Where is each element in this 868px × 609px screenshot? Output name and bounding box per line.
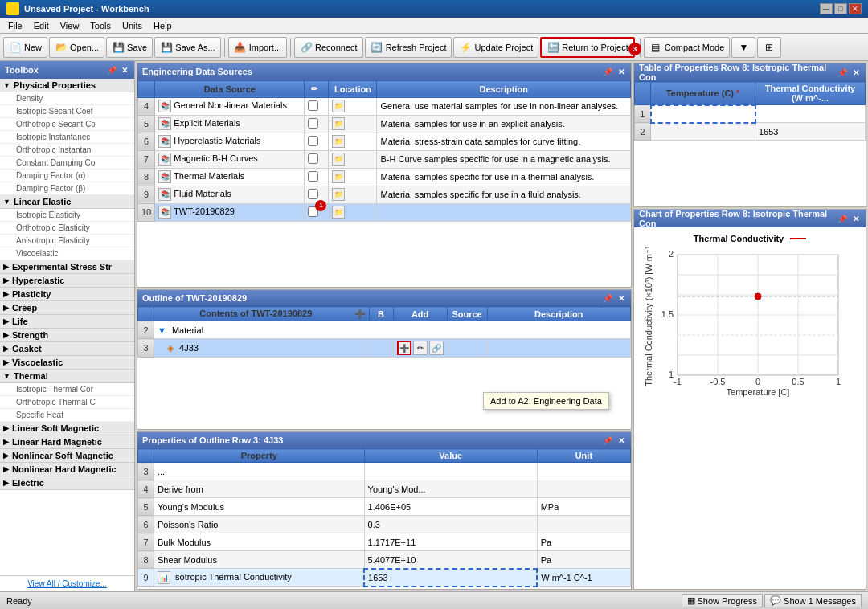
cell-b-8[interactable] (305, 168, 329, 186)
toolbox-section-header-nonlinear-soft[interactable]: ▶ Nonlinear Soft Magnetic (0, 449, 134, 463)
refresh-button[interactable]: 🔄 Refresh Project (365, 37, 452, 58)
open-button[interactable]: 📂 Open... (49, 37, 104, 58)
maximize-button[interactable]: □ (834, 3, 847, 14)
checkbox-8[interactable] (308, 171, 318, 182)
toolbox-section-linear-soft-mag: ▶ Linear Soft Magnetic (0, 422, 134, 435)
props-cell-a-7: Bulk Modulus (154, 533, 365, 551)
toolbox-section-header-nonlinear-hard[interactable]: ▶ Nonlinear Hard Magnetic (0, 463, 134, 476)
top-row-num-2: 2 (635, 123, 651, 141)
reconnect-button[interactable]: 🔗 Reconnect (294, 37, 363, 58)
filter-button[interactable]: ▼ (731, 37, 755, 58)
toolbox-section-header-strength[interactable]: ▶ Strength (0, 329, 134, 342)
toolbox-section-header-creep[interactable]: ▶ Creep (0, 301, 134, 315)
toolbox-item-specific-heat[interactable]: Specific Heat (0, 409, 134, 422)
toolbox-item-orthotropic-secant[interactable]: Orthotropic Secant Co (0, 118, 134, 131)
eng-data-close-button[interactable]: ✕ (616, 67, 626, 76)
temp-input[interactable] (655, 109, 751, 119)
expand-icon-gasket: ▶ (3, 345, 9, 353)
props-close-button[interactable]: ✕ (616, 436, 626, 445)
view-all-link[interactable]: View All / Customize... (0, 575, 134, 591)
toolbox-item-isotropic-secant[interactable]: Isotropic Secant Coef (0, 105, 134, 118)
toolbox-item-ortho-elastic[interactable]: Orthotropic Elasticity (0, 222, 134, 235)
cell-desc-4: General use material samples for use in … (377, 97, 631, 115)
update-button[interactable]: ⚡ Update Project (453, 37, 538, 58)
new-button[interactable]: 📄 New (3, 37, 47, 58)
menu-units[interactable]: Units (117, 19, 147, 32)
link-material-button[interactable]: 🔗 (429, 341, 444, 355)
checkbox-9[interactable] (308, 189, 318, 199)
minimize-button[interactable]: — (820, 3, 833, 14)
props-cell-b-9[interactable] (364, 569, 537, 587)
toolbox-section-header-physical[interactable]: ▼ Physical Properties (0, 79, 134, 92)
menu-tools[interactable]: Tools (85, 19, 116, 32)
grid-button[interactable]: ⊞ (757, 37, 781, 58)
cell-b-4[interactable] (305, 97, 329, 115)
checkbox-7[interactable] (308, 153, 318, 164)
toolbox-section-header-linear-hard-mag[interactable]: ▶ Linear Hard Magnetic (0, 435, 134, 449)
chart-close-button[interactable]: ✕ (851, 215, 861, 223)
close-button[interactable]: ✕ (849, 3, 862, 14)
thermal-cond-input[interactable] (368, 573, 533, 582)
cell-c-9: 📁 (329, 186, 377, 203)
outline-close-button[interactable]: ✕ (616, 294, 626, 303)
temp-unit-indicator: ° (736, 89, 739, 98)
menu-help[interactable]: Help (149, 19, 177, 32)
cell-b-7[interactable] (305, 150, 329, 168)
outline-pin-button[interactable]: 📌 (601, 294, 614, 303)
menu-file[interactable]: File (3, 19, 27, 32)
cell-b-5[interactable] (305, 115, 329, 133)
table-props-pin-button[interactable]: 📌 (836, 68, 849, 77)
props-row-4: 4 Derive from Young's Mod... (138, 480, 631, 498)
toolbox-pin-button[interactable]: 📌 (105, 66, 118, 75)
toolbox-section-header-linear-soft-mag[interactable]: ▶ Linear Soft Magnetic (0, 422, 134, 435)
table-props-close-button[interactable]: ✕ (851, 68, 861, 77)
import-button[interactable]: 📥 Import... (228, 37, 287, 58)
menu-edit[interactable]: Edit (29, 19, 54, 32)
toolbox-section-strength: ▶ Strength (0, 329, 134, 342)
toolbox-section-header-gasket[interactable]: ▶ Gasket (0, 342, 134, 356)
toolbox-section-header-hyperelastic[interactable]: ▶ Hyperelastic (0, 274, 134, 288)
toolbox-section-header-thermal[interactable]: ▼ Thermal (0, 370, 134, 383)
eng-data-pin-button[interactable]: 📌 (601, 67, 614, 76)
save-as-button[interactable]: 💾 Save As... (154, 37, 221, 58)
toolbox-item-isotropic-instant[interactable]: Isotropic Instantanec (0, 131, 134, 144)
top-cell-temp[interactable] (651, 105, 755, 123)
toolbox-section-header-linear-elastic[interactable]: ▼ Linear Elastic (0, 195, 134, 209)
expand-icon-life: ▶ (3, 317, 9, 325)
compact-mode-button[interactable]: ▤ Compact Mode (644, 37, 731, 58)
props-pin-button[interactable]: 📌 (601, 436, 614, 445)
toolbox-item-density[interactable]: Density (0, 92, 134, 105)
add-to-eng-data-button[interactable]: ➕ (397, 341, 411, 355)
toolbox-section-header-life[interactable]: ▶ Life (0, 315, 134, 329)
status-right-area: ▦ Show Progress 💬 Show 1 Messages (682, 594, 862, 607)
save-button[interactable]: 💾 Save (106, 37, 153, 58)
toolbox-section-header-plasticity[interactable]: ▶ Plasticity (0, 288, 134, 301)
cell-b-6[interactable] (305, 133, 329, 150)
show-progress-button[interactable]: ▦ Show Progress (682, 594, 764, 607)
toolbox-close-button[interactable]: ✕ (120, 66, 129, 75)
toolbox-section-header-viscoelastic2[interactable]: ▶ Viscoelastic (0, 356, 134, 370)
checkbox-5[interactable] (308, 118, 318, 129)
toolbox-item-damping-alpha[interactable]: Damping Factor (α) (0, 170, 134, 182)
show-messages-button[interactable]: 💬 Show 1 Messages (764, 594, 862, 607)
chart-legend: Thermal Conductivity (641, 234, 859, 243)
toolbox-item-viscoelastic[interactable]: Viscoelastic (0, 247, 134, 260)
edit-material-button[interactable]: ✏ (413, 341, 428, 355)
menu-view[interactable]: View (55, 19, 84, 32)
toolbox-section-header-exp-stress[interactable]: ▶ Experimental Stress Str (0, 260, 134, 274)
checkbox-6[interactable] (308, 136, 318, 146)
cell-desc-7: B-H Curve samples specific for use in a … (377, 150, 631, 168)
checkbox-4[interactable] (308, 100, 318, 111)
toolbox-item-iso-thermal[interactable]: Isotropic Thermal Cor (0, 383, 134, 396)
toolbox-item-iso-elastic[interactable]: Isotropic Elasticity (0, 209, 134, 222)
toolbox-item-damping-beta[interactable]: Damping Factor (β) (0, 182, 134, 195)
toolbox-item-constant-damping[interactable]: Constant Damping Co (0, 157, 134, 170)
return-to-project-button[interactable]: 🔙 Return to Project (540, 37, 635, 58)
toolbox-item-aniso-elastic[interactable]: Anisotropic Elasticity (0, 235, 134, 247)
svg-point-25 (755, 293, 761, 300)
toolbox-item-ortho-thermal[interactable]: Orthotropic Thermal C (0, 396, 134, 409)
toolbox-item-orthotropic-instant[interactable]: Orthotropic Instantan (0, 144, 134, 157)
toolbox-section-thermal: ▼ Thermal Isotropic Thermal Cor Orthotro… (0, 370, 134, 422)
chart-pin-button[interactable]: 📌 (836, 215, 849, 223)
toolbox-section-header-electric[interactable]: ▶ Electric (0, 476, 134, 490)
